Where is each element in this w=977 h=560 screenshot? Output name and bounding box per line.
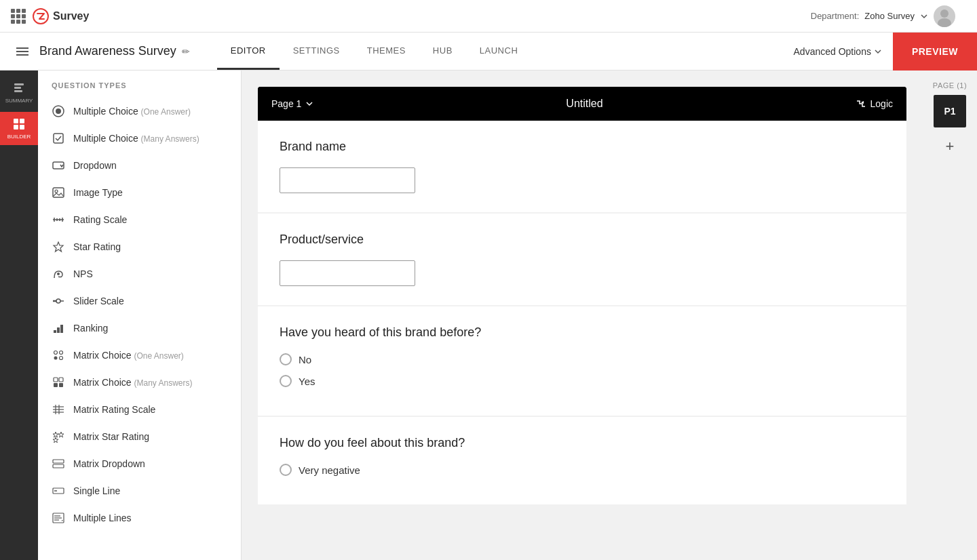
app-name: Survey — [53, 10, 89, 22]
nps-icon — [52, 267, 65, 281]
svg-rect-35 — [54, 383, 58, 387]
logic-button[interactable]: Logic — [856, 98, 893, 109]
multi-line-label: Multiple Lines — [73, 513, 227, 523]
checkbox-icon — [52, 132, 65, 145]
app-logo: Survey — [33, 8, 89, 24]
svg-rect-33 — [54, 378, 58, 382]
single-line-icon — [52, 484, 65, 498]
question-type-multi-line[interactable]: Multiple Lines — [38, 504, 241, 532]
question-type-dropdown[interactable]: Dropdown — [38, 152, 241, 179]
star-rating-label: Star Rating — [73, 241, 227, 252]
add-page-button[interactable]: + — [939, 136, 961, 157]
svg-rect-34 — [59, 378, 63, 382]
question-type-slider[interactable]: Slider Scale — [38, 287, 241, 315]
svg-point-30 — [60, 351, 63, 355]
question-type-ranking[interactable]: Ranking — [38, 315, 241, 342]
slider-icon — [52, 294, 65, 308]
svg-rect-5 — [14, 90, 22, 92]
tab-settings[interactable]: SETTINGS — [280, 33, 353, 70]
sidebar-item-summary[interactable]: SUMMARY — [0, 76, 38, 109]
page-indicator[interactable]: P1 — [934, 95, 966, 127]
question-type-star-rating[interactable]: Star Rating — [38, 233, 241, 260]
question-types-panel: QUESTION TYPES Multiple Choice (One Answ… — [38, 71, 242, 560]
svg-rect-46 — [53, 464, 64, 468]
question-card-product: Product/service — [258, 214, 906, 305]
image-icon — [52, 186, 65, 199]
question-type-matrix-dropdown[interactable]: Matrix Dropdown — [38, 450, 241, 477]
matrix-one-icon — [52, 348, 65, 362]
question-type-mc-one[interactable]: Multiple Choice (One Answer) — [38, 98, 241, 125]
question-text-feel: How do you feel about this brand? — [280, 436, 885, 450]
logic-label: Logic — [870, 98, 893, 109]
question-type-image[interactable]: Image Type — [38, 179, 241, 206]
chevron-down-icon[interactable] — [920, 12, 928, 20]
svg-marker-43 — [58, 432, 64, 437]
svg-rect-3 — [14, 83, 24, 85]
question-type-mc-many[interactable]: Multiple Choice (Many Answers) — [38, 125, 241, 152]
question-text-product: Product/service — [280, 233, 885, 247]
right-panel: PAGE (1) P1 + — [923, 71, 977, 560]
option-very-negative-label: Very negative — [299, 464, 360, 476]
page-container: Page 1 Untitled Logic — [258, 87, 906, 121]
svg-rect-45 — [53, 460, 64, 463]
content-area: Page 1 Untitled Logic Brand name Product… — [242, 71, 923, 560]
radio-option-yes[interactable]: Yes — [280, 375, 885, 387]
advanced-options-label: Advanced Options — [794, 46, 871, 57]
edit-title-icon[interactable]: ✏ — [182, 46, 190, 57]
main-layout: SUMMARY BUILDER QUESTION TYPES Multiple … — [0, 71, 977, 560]
question-type-matrix-rating[interactable]: Matrix Rating Scale — [38, 396, 241, 423]
svg-point-31 — [54, 357, 58, 360]
product-service-input[interactable] — [280, 260, 415, 286]
svg-rect-36 — [59, 383, 63, 387]
advanced-options-chevron — [874, 47, 882, 56]
summary-label: SUMMARY — [5, 98, 33, 104]
question-text-brand-name: Brand name — [280, 140, 885, 154]
sidebar-item-builder[interactable]: BUILDER — [0, 112, 38, 145]
matrix-many-icon — [52, 376, 65, 389]
mc-one-label: Multiple Choice (One Answer) — [73, 106, 227, 117]
question-type-matrix-star[interactable]: Matrix Star Rating — [38, 423, 241, 450]
grid-apps-icon[interactable] — [11, 9, 26, 24]
top-nav-bar: Survey Department: Zoho Survey — [0, 0, 977, 33]
survey-title: Brand Awareness Survey — [39, 44, 176, 58]
advanced-options-button[interactable]: Advanced Options — [783, 46, 893, 57]
builder-label: BUILDER — [7, 134, 31, 140]
radio-option-no[interactable]: No — [280, 353, 885, 365]
summary-icon — [12, 81, 26, 95]
question-type-rating-scale[interactable]: Rating Scale — [38, 206, 241, 233]
matrix-dropdown-icon — [52, 457, 65, 471]
question-type-matrix-many[interactable]: Matrix Choice (Many Answers) — [38, 369, 241, 396]
tab-hub[interactable]: HUB — [419, 33, 466, 70]
single-line-label: Single Line — [73, 485, 227, 496]
user-avatar[interactable] — [934, 5, 955, 27]
question-type-nps[interactable]: NPS — [38, 260, 241, 287]
page-label[interactable]: Page 1 — [271, 98, 313, 109]
tab-editor[interactable]: EDITOR — [217, 33, 280, 70]
question-panel-title: QUESTION TYPES — [38, 81, 241, 98]
builder-icon — [12, 117, 26, 131]
star-icon — [52, 240, 65, 254]
dropdown-icon — [52, 159, 65, 172]
matrix-star-icon — [52, 430, 65, 443]
question-type-single-line[interactable]: Single Line — [38, 477, 241, 504]
tab-launch[interactable]: LAUNCH — [466, 33, 531, 70]
rating-scale-icon — [52, 213, 65, 226]
dropdown-label: Dropdown — [73, 160, 227, 171]
radio-icon — [52, 104, 65, 118]
question-type-matrix-one[interactable]: Matrix Choice (One Answer) — [38, 342, 241, 369]
hamburger-menu[interactable] — [11, 40, 34, 63]
image-type-label: Image Type — [73, 187, 227, 198]
slider-scale-label: Slider Scale — [73, 296, 227, 306]
svg-point-24 — [56, 299, 60, 303]
nav-tabs: EDITOR SETTINGS THEMES HUB LAUNCH — [217, 33, 532, 70]
page-header: Page 1 Untitled Logic — [258, 87, 906, 121]
radio-option-very-negative[interactable]: Very negative — [280, 464, 885, 476]
svg-point-0 — [33, 9, 48, 24]
title-bar: Brand Awareness Survey ✏ EDITOR SETTINGS… — [0, 33, 977, 71]
preview-button[interactable]: PREVIEW — [893, 33, 977, 71]
brand-name-input[interactable] — [280, 167, 415, 193]
tab-themes[interactable]: THEMES — [353, 33, 419, 70]
logic-icon — [856, 98, 866, 109]
top-nav-left: Survey — [11, 8, 89, 24]
user-area: Department: Zoho Survey — [800, 5, 966, 27]
